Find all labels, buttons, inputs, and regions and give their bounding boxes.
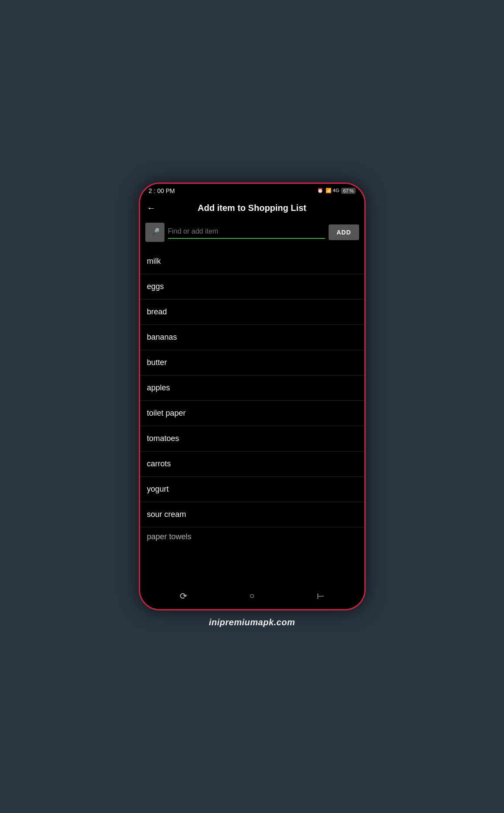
signal-icons: 📶 4G <box>326 188 339 193</box>
search-bar: 🎤 ADD <box>140 219 364 249</box>
clock-dot: : <box>154 187 155 194</box>
status-icons: ⏰ 📶 4G 67 % <box>317 188 356 194</box>
search-input[interactable] <box>168 226 326 237</box>
status-bar: 2 : 00 PM ⏰ 📶 4G 67 % <box>140 184 364 197</box>
clock-min: 00 <box>157 187 164 194</box>
item-label: paper towels <box>147 532 192 541</box>
item-label: milk <box>147 257 161 266</box>
status-time: 2 : 00 PM <box>149 187 175 194</box>
list-item[interactable]: carrots <box>140 451 364 477</box>
list-item[interactable]: sour cream <box>140 502 364 527</box>
list-item[interactable]: butter <box>140 350 364 375</box>
list-item[interactable]: bread <box>140 300 364 325</box>
back-button[interactable]: ← <box>147 203 156 213</box>
list-item[interactable]: milk <box>140 249 364 274</box>
home-button[interactable]: ○ <box>242 588 261 603</box>
watermark-text: inipremiumapk.com <box>209 617 295 627</box>
list-item[interactable]: yogurt <box>140 477 364 502</box>
watermark: inipremiumapk.com <box>209 610 295 631</box>
item-label: eggs <box>147 282 164 291</box>
alarm-icon: ⏰ <box>317 188 323 193</box>
list-item[interactable]: apples <box>140 375 364 401</box>
clock-ampm: PM <box>166 187 175 194</box>
app-bar: ← Add item to Shopping List <box>140 197 364 219</box>
nav-bar: ⟳ ○ ⊢ <box>140 583 364 609</box>
mic-icon: 🎤 <box>150 227 160 237</box>
item-label: yogurt <box>147 485 169 494</box>
recent-apps-button[interactable]: ⟳ <box>173 588 194 604</box>
item-label: apples <box>147 383 170 393</box>
item-label: butter <box>147 358 167 367</box>
list-item[interactable]: tomatoes <box>140 426 364 451</box>
search-input-wrapper <box>168 226 326 239</box>
item-label: carrots <box>147 459 171 469</box>
add-button[interactable]: ADD <box>329 224 359 240</box>
list-item[interactable]: bananas <box>140 325 364 350</box>
search-underline <box>168 238 326 239</box>
battery-icon: 67 % <box>341 188 355 194</box>
clock-hour: 2 <box>149 187 152 194</box>
list-item[interactable]: eggs <box>140 274 364 300</box>
phone-frame: 2 : 00 PM ⏰ 📶 4G 67 % ← Add item to Shop… <box>139 183 366 610</box>
item-label: bananas <box>147 333 177 342</box>
item-label: toilet paper <box>147 409 186 418</box>
list-item[interactable]: paper towels <box>140 527 364 547</box>
list-item[interactable]: toilet paper <box>140 401 364 426</box>
item-label: sour cream <box>147 510 186 519</box>
item-label: tomatoes <box>147 434 179 443</box>
item-label: bread <box>147 307 167 317</box>
page-title: Add item to Shopping List <box>161 203 343 213</box>
battery-level: 67 <box>343 188 348 193</box>
back-nav-button[interactable]: ⊢ <box>310 588 331 604</box>
mic-button[interactable]: 🎤 <box>145 223 165 242</box>
items-list: milk eggs bread bananas butter apples to… <box>140 249 364 583</box>
